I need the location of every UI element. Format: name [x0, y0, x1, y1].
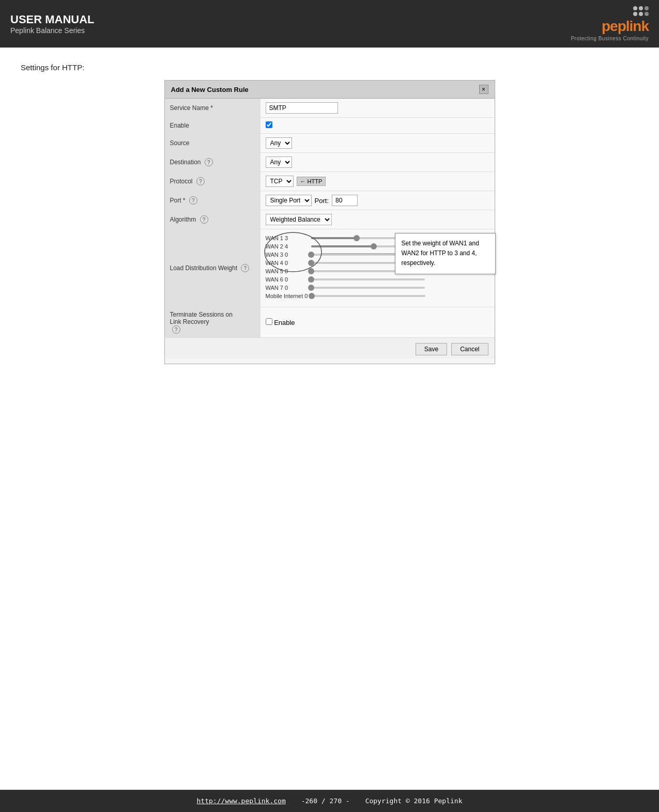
terminate-checkbox-text: Enable	[274, 319, 295, 326]
mobile-internet-label: Mobile Internet 0	[266, 293, 308, 299]
logo-link: link	[626, 18, 649, 34]
dialog-close-button[interactable]: ×	[479, 85, 488, 94]
wan-3-slider-thumb[interactable]	[308, 252, 314, 258]
section-title: Settings for HTTP:	[21, 63, 638, 72]
load-dist-label: Load Distribution Weight ?	[165, 229, 260, 307]
protocol-select[interactable]: TCP	[266, 176, 294, 187]
terminate-value-cell: Enable	[260, 307, 495, 338]
callout-box: Set the weight of WAN1 and WAN2 for HTTP…	[395, 233, 496, 274]
wan-7-label: WAN 7 0	[266, 285, 307, 291]
terminate-checkbox-label: Enable	[266, 319, 295, 326]
wan-2-slider-fill	[311, 245, 374, 247]
source-label: Source	[165, 134, 260, 153]
mobile-internet-row: Mobile Internet 0	[266, 293, 489, 299]
port-input[interactable]	[332, 195, 358, 206]
header-title-block: USER MANUAL Peplink Balance Series	[10, 13, 95, 35]
terminate-checkbox[interactable]	[266, 318, 272, 325]
arrow-left-icon: ←	[300, 178, 306, 184]
source-row: Source Any	[165, 134, 495, 153]
wan-1-label: WAN 1 3	[266, 235, 307, 241]
wan-4-slider-thumb[interactable]	[308, 260, 314, 266]
manual-subtitle: Peplink Balance Series	[10, 26, 95, 35]
algorithm-value-cell: Weighted Balance	[260, 210, 495, 229]
destination-help-icon[interactable]: ?	[205, 158, 213, 166]
wan-5-label: WAN 5 0	[266, 268, 307, 274]
mobile-internet-slider-thumb[interactable]	[309, 293, 315, 299]
dialog-title: Add a New Custom Rule	[171, 86, 249, 93]
wan-4-label: WAN 4 0	[266, 260, 307, 266]
service-name-value-cell	[260, 99, 495, 118]
wan-3-label: WAN 3 0	[266, 252, 307, 258]
logo-area: peplink Protecting Business Continuity	[571, 6, 649, 41]
form-table: Service Name * Enable Source	[165, 99, 495, 338]
destination-value-cell: Any	[260, 153, 495, 172]
logo-tagline: Protecting Business Continuity	[571, 36, 649, 41]
protocol-arrow-button[interactable]: ← HTTP	[297, 177, 326, 186]
source-value-cell: Any	[260, 134, 495, 153]
mobile-internet-slider-track[interactable]	[312, 295, 425, 297]
load-dist-help-icon[interactable]: ?	[241, 264, 249, 272]
port-mode-select[interactable]: Single Port	[266, 195, 312, 206]
wan-5-slider-thumb[interactable]	[308, 268, 314, 274]
wan-6-slider-track[interactable]	[311, 278, 425, 280]
dialog-body: Service Name * Enable Source	[165, 99, 495, 358]
port-control-row: Single Port Port:	[266, 195, 489, 206]
algorithm-label: Algorithm ?	[165, 210, 260, 229]
terminate-label-cell: Terminate Sessions onLink Recovery ?	[165, 307, 260, 338]
port-label2: Port:	[315, 197, 329, 205]
wan-2-slider-thumb[interactable]	[371, 243, 377, 249]
service-name-input[interactable]	[266, 102, 338, 114]
logo-dot-2	[639, 6, 643, 10]
load-dist-wrapper: WAN 1 3 WAN 2 4	[266, 233, 489, 303]
load-dist-row: Load Distribution Weight ? WAN 1 3	[165, 229, 495, 307]
add-custom-rule-dialog: Add a New Custom Rule × Service Name * E…	[164, 80, 495, 364]
wan-1-slider-fill	[311, 237, 357, 239]
save-button[interactable]: Save	[416, 343, 447, 355]
logo-pep: pep	[602, 18, 626, 34]
footer-copyright: Copyright © 2016 Peplink	[365, 797, 463, 805]
service-name-label: Service Name *	[165, 99, 260, 118]
footer-url-link[interactable]: http://www.peplink.com	[197, 797, 286, 805]
dialog-header: Add a New Custom Rule ×	[165, 81, 495, 99]
logo-dot-5	[639, 12, 643, 16]
dialog-footer: Save Cancel	[165, 338, 495, 358]
protocol-value-cell: TCP ← HTTP	[260, 172, 495, 191]
port-value-cell: Single Port Port:	[260, 191, 495, 210]
algorithm-help-icon[interactable]: ?	[200, 215, 208, 224]
wan-6-slider-thumb[interactable]	[308, 276, 314, 283]
protocol-http-label: HTTP	[308, 178, 323, 184]
wan-7-slider-thumb[interactable]	[308, 285, 314, 291]
destination-row: Destination ? Any	[165, 153, 495, 172]
source-select[interactable]: Any	[266, 137, 292, 149]
main-content: Settings for HTTP: Add a New Custom Rule…	[0, 48, 659, 790]
callout-text: Set the weight of WAN1 and WAN2 for HTTP…	[402, 240, 479, 267]
wan-6-label: WAN 6 0	[266, 276, 307, 283]
page-footer: http://www.peplink.com -260 / 270 - Copy…	[0, 790, 659, 812]
enable-checkbox[interactable]	[266, 121, 272, 128]
logo-dot-3	[645, 6, 649, 10]
wan-7-slider-track[interactable]	[311, 287, 425, 289]
protocol-help-icon[interactable]: ?	[196, 177, 205, 185]
page-header: USER MANUAL Peplink Balance Series pepli…	[0, 0, 659, 48]
wan-2-label: WAN 2 4	[266, 243, 307, 249]
port-label: Port * ?	[165, 191, 260, 210]
algorithm-select[interactable]: Weighted Balance	[266, 214, 332, 225]
footer-url: http://www.peplink.com	[197, 797, 286, 805]
logo-dot-6	[645, 12, 649, 16]
terminate-help-icon[interactable]: ?	[172, 325, 180, 334]
enable-value-cell	[260, 118, 495, 134]
logo-text: peplink	[602, 18, 649, 35]
destination-select[interactable]: Any	[266, 157, 292, 168]
manual-title: USER MANUAL	[10, 13, 95, 26]
destination-label: Destination ?	[165, 153, 260, 172]
terminate-label: Terminate Sessions onLink Recovery	[170, 311, 255, 325]
port-row: Port * ? Single Port Port:	[165, 191, 495, 210]
port-help-icon[interactable]: ?	[189, 196, 197, 205]
logo-dot-4	[633, 12, 637, 16]
protocol-control-row: TCP ← HTTP	[266, 176, 489, 187]
wan-1-slider-thumb[interactable]	[354, 235, 360, 241]
terminate-row: Terminate Sessions onLink Recovery ? Ena…	[165, 307, 495, 338]
cancel-button[interactable]: Cancel	[451, 343, 488, 355]
enable-row: Enable	[165, 118, 495, 134]
algorithm-row: Algorithm ? Weighted Balance	[165, 210, 495, 229]
